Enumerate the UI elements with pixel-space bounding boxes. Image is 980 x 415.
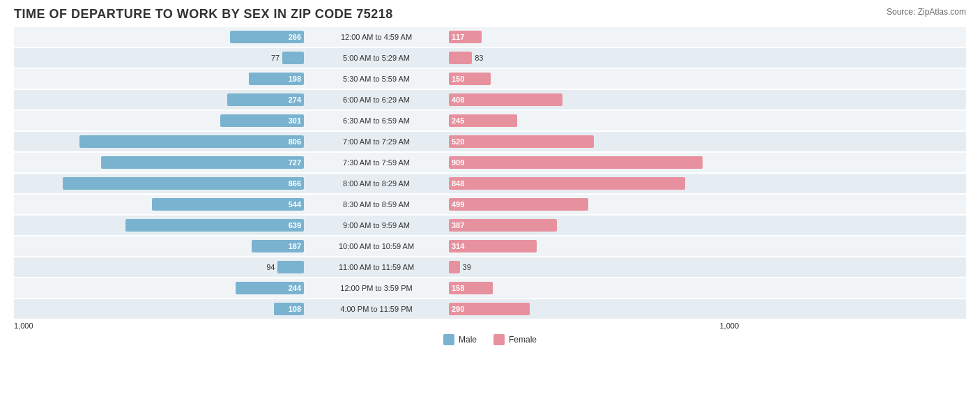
female-bar-label: 117 [452, 33, 464, 41]
table-row: 301 6:30 AM to 6:59 AM 245 [14, 111, 966, 130]
legend: Male Female [14, 334, 966, 345]
right-section: 387 [446, 219, 739, 232]
left-section: 266 [14, 31, 307, 43]
male-bar: 544 [152, 198, 304, 211]
female-bar: 245 [449, 114, 517, 127]
female-bar-label: 158 [452, 284, 464, 292]
axis-label-left: 1,000 [14, 322, 33, 330]
table-row: 77 5:00 AM to 5:29 AM 83 [14, 48, 966, 68]
right-section: 314 [446, 240, 739, 252]
female-legend-label: Female [509, 335, 537, 345]
male-bar-label: 108 [289, 305, 301, 313]
female-bar-label: 848 [452, 179, 464, 188]
axis-right: 1,000 [446, 322, 739, 330]
male-bar: 727 [101, 156, 304, 169]
table-row: 244 12:00 PM to 3:59 PM 158 [14, 278, 966, 298]
time-label: 6:00 AM to 6:29 AM [307, 96, 446, 104]
table-row: 94 11:00 AM to 11:59 AM 39 [14, 257, 966, 277]
table-row: 198 5:30 AM to 5:59 AM 150 [14, 69, 966, 89]
time-label: 9:00 AM to 9:59 AM [307, 221, 446, 229]
male-bar [282, 52, 304, 64]
right-section: 150 [446, 73, 739, 85]
female-bar: 290 [449, 303, 530, 315]
female-bar-label: 314 [452, 242, 464, 250]
time-label: 5:30 AM to 5:59 AM [307, 75, 446, 83]
female-bar: 117 [449, 31, 482, 43]
male-bar-label: 866 [289, 179, 301, 188]
right-section: 290 [446, 303, 739, 315]
time-label: 8:00 AM to 8:29 AM [307, 179, 446, 188]
time-label: 10:00 AM to 10:59 AM [307, 242, 446, 250]
bars-area: 266 12:00 AM to 4:59 AM 117 77 5:00 AM t… [14, 27, 966, 319]
time-label: 5:00 AM to 5:29 AM [307, 54, 446, 62]
female-bar-label: 909 [452, 158, 464, 167]
male-bar: 266 [230, 31, 304, 43]
right-section: 909 [446, 156, 739, 169]
male-value: 77 [260, 54, 280, 62]
female-bar-label: 520 [452, 137, 464, 146]
male-legend-label: Male [459, 335, 477, 345]
right-section: 520 [446, 135, 739, 148]
male-bar-label: 727 [289, 158, 301, 167]
female-bar: 158 [449, 282, 493, 294]
male-bar: 244 [236, 282, 304, 294]
right-section: 117 [446, 31, 739, 43]
table-row: 806 7:00 AM to 7:29 AM 520 [14, 132, 966, 151]
female-legend-box [493, 334, 505, 345]
male-bar: 198 [249, 73, 304, 85]
time-label: 7:00 AM to 7:29 AM [307, 137, 446, 146]
male-bar: 187 [252, 240, 304, 252]
female-bar: 387 [449, 219, 557, 232]
female-bar [449, 261, 460, 273]
right-section: 83 [446, 52, 739, 64]
male-legend-box [443, 334, 454, 345]
source-text: Source: ZipAtlas.com [887, 7, 966, 17]
male-bar-label: 544 [289, 200, 301, 209]
female-bar-label: 290 [452, 305, 464, 313]
time-label: 7:30 AM to 7:59 AM [307, 158, 446, 167]
male-bar: 639 [125, 219, 304, 232]
right-section: 499 [446, 198, 739, 211]
left-section: 77 [14, 52, 307, 64]
right-section: 39 [446, 261, 739, 273]
male-bar [277, 261, 304, 273]
female-bar-label: 408 [452, 96, 464, 104]
left-section: 108 [14, 303, 307, 315]
time-label: 11:00 AM to 11:59 AM [307, 263, 446, 271]
axis-left: 1,000 [14, 322, 307, 330]
female-bar-label: 499 [452, 200, 464, 209]
male-value: 94 [255, 263, 275, 271]
table-row: 639 9:00 AM to 9:59 AM 387 [14, 216, 966, 235]
male-bar-label: 187 [289, 242, 301, 250]
male-bar: 806 [79, 135, 304, 148]
female-bar: 408 [449, 93, 562, 106]
left-section: 198 [14, 73, 307, 85]
female-value: 39 [463, 263, 482, 271]
male-bar: 866 [63, 177, 304, 190]
table-row: 266 12:00 AM to 4:59 AM 117 [14, 27, 966, 47]
female-bar: 848 [449, 177, 685, 190]
male-bar: 301 [220, 114, 304, 127]
legend-male: Male [443, 334, 477, 345]
female-bar: 499 [449, 198, 588, 211]
female-bar [449, 52, 472, 64]
male-bar-label: 244 [289, 284, 301, 292]
left-section: 806 [14, 135, 307, 148]
chart-title: TIME OF DEPARTURE TO WORK BY SEX IN ZIP … [14, 7, 966, 22]
time-label: 4:00 PM to 11:59 PM [307, 305, 446, 313]
left-section: 544 [14, 198, 307, 211]
table-row: 727 7:30 AM to 7:59 AM 909 [14, 153, 966, 172]
table-row: 108 4:00 PM to 11:59 PM 290 [14, 299, 966, 319]
right-section: 158 [446, 282, 739, 294]
left-section: 301 [14, 114, 307, 127]
left-section: 727 [14, 156, 307, 169]
female-bar: 909 [449, 156, 703, 169]
chart-container: TIME OF DEPARTURE TO WORK BY SEX IN ZIP … [0, 0, 980, 415]
female-bar: 520 [449, 135, 594, 148]
table-row: 544 8:30 AM to 8:59 AM 499 [14, 195, 966, 214]
right-section: 408 [446, 93, 739, 106]
table-row: 866 8:00 AM to 8:29 AM 848 [14, 174, 966, 193]
legend-female: Female [493, 334, 537, 345]
left-section: 94 [14, 261, 307, 273]
male-bar: 274 [227, 93, 304, 106]
